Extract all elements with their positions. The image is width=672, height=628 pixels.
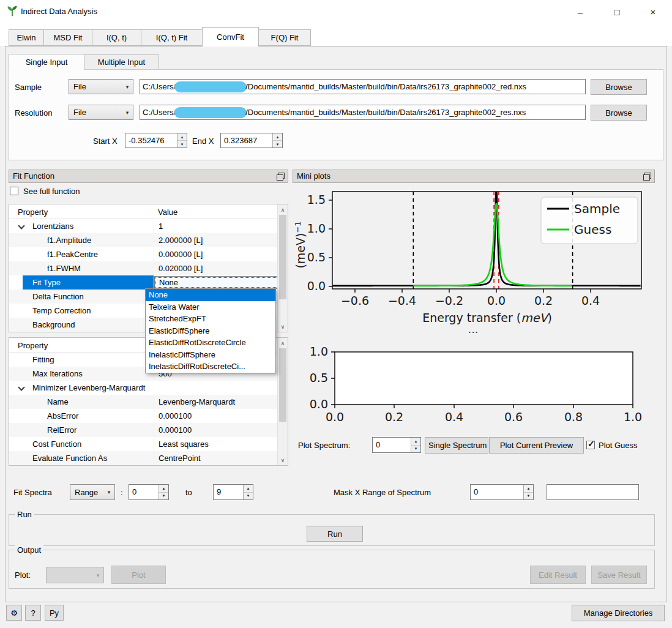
spin-up-icon[interactable]: ▲: [177, 133, 187, 141]
close-button[interactable]: ×: [640, 3, 666, 20]
tab-iqt-fit[interactable]: I(Q, t) Fit: [141, 29, 203, 46]
resolution-path-input[interactable]: C:/Users//Documents/mantid_builds/Master…: [140, 105, 586, 120]
dropdown-option-inelasticdiffsphere[interactable]: InelasticDiffSphere: [146, 349, 275, 361]
legend-label-guess: Guess: [574, 222, 611, 237]
edit-result-button: Edit Result: [530, 566, 586, 584]
fit-type-combo[interactable]: None ▾: [154, 276, 285, 289]
table-row-relerror[interactable]: RelError 0.000100: [9, 423, 288, 437]
run-group-label: Run: [15, 510, 34, 519]
spin-down-icon[interactable]: ▼: [524, 493, 533, 500]
table-row-amplitude[interactable]: f1.Amplitude 2.000000 [L]: [9, 233, 288, 247]
dropdown-arrow-icon: ▾: [103, 489, 114, 495]
float-panel-icon[interactable]: [643, 173, 651, 181]
fit-spectra-to-label: to: [185, 488, 192, 497]
dropdown-option-elasticdiffrotdiscretecircle[interactable]: ElasticDiffRotDiscreteCircle: [146, 337, 275, 349]
start-x-spinbox[interactable]: -0.352476 ▲▼: [125, 133, 187, 148]
resolution-browse-button[interactable]: Browse: [591, 105, 647, 121]
mask-spectrum-spinbox[interactable]: 0 ▲▼: [470, 484, 534, 500]
x-tick-labels: −0.6 −0.4 −0.2 0.0 0.2 0.4: [341, 294, 600, 307]
spin-down-icon[interactable]: ▼: [159, 493, 168, 500]
table-row-fwhm[interactable]: f1.FWHM 0.020000 [L]: [9, 261, 288, 275]
plot-current-preview-button[interactable]: Plot Current Preview: [489, 437, 584, 454]
table-row-peakcentre[interactable]: f1.PeakCentre 0.000000 [L]: [9, 247, 288, 261]
fit-spectra-from-spinbox[interactable]: 0 ▲▼: [129, 484, 169, 500]
minimize-button[interactable]: –: [567, 3, 594, 20]
spin-down-icon[interactable]: ▼: [244, 493, 253, 500]
fit-spectra-to-spinbox[interactable]: 9 ▲▼: [213, 484, 253, 500]
spinner-buttons[interactable]: ▲▼: [177, 133, 187, 148]
y-tick-labels: 0.0 0.5 1.0 1.5: [307, 193, 326, 293]
spin-up-icon[interactable]: ▲: [411, 438, 420, 446]
plot-guess-checkbox[interactable]: ✓: [586, 441, 595, 449]
table-row-minimizer[interactable]: Minimizer Levenberg-Marquardt: [9, 381, 288, 395]
dropdown-option-none[interactable]: None: [146, 289, 275, 301]
tab-elwin[interactable]: Elwin: [9, 29, 44, 46]
svg-text:1.0: 1.0: [307, 222, 326, 235]
sample-browse-button[interactable]: Browse: [591, 79, 647, 95]
help-button[interactable]: ?: [25, 605, 41, 621]
redacted-username: [174, 107, 247, 118]
mantid-app-icon: [6, 5, 18, 17]
scroll-up-icon[interactable]: ∧: [278, 338, 288, 348]
tab-fq-fit[interactable]: F(Q) Fit: [258, 29, 311, 46]
dropdown-option-stretchedexpft[interactable]: StretchedExpFT: [146, 313, 275, 325]
resolution-source-combo[interactable]: File ▾: [69, 105, 133, 120]
plot-single-spectrum-button[interactable]: Single Spectrum: [425, 437, 488, 454]
scrollbar-thumb[interactable]: [279, 215, 286, 299]
spin-down-icon[interactable]: ▼: [177, 141, 187, 148]
table-row-cost-function[interactable]: Cost Function Least squares: [9, 437, 288, 451]
redacted-username: [174, 81, 247, 92]
table-row-minimizer-name[interactable]: Name Levenberg-Marquardt: [9, 395, 288, 409]
tab-msd-fit[interactable]: MSD Fit: [43, 29, 92, 46]
mini-plots-header: Mini plots: [293, 170, 655, 183]
spin-up-icon[interactable]: ▲: [244, 485, 253, 493]
sample-label: Sample: [15, 83, 42, 92]
spin-up-icon[interactable]: ▲: [273, 133, 282, 141]
sample-preview-plot: −0.6 −0.4 −0.2 0.0 0.2 0.4 0.0 0.5 1.0 1…: [293, 184, 660, 340]
settings-button[interactable]: ⚙: [6, 605, 22, 621]
tab-convfit[interactable]: ConvFit: [202, 27, 259, 47]
scroll-down-icon[interactable]: ∨: [278, 455, 288, 465]
spinner-buttons[interactable]: ▲▼: [411, 438, 420, 452]
tab-iqt[interactable]: I(Q, t): [92, 29, 141, 46]
scroll-down-icon[interactable]: ∨: [278, 321, 288, 332]
sample-path-input[interactable]: C:/Users//Documents/mantid_builds/Master…: [140, 79, 586, 94]
see-full-function-label: See full function: [23, 187, 80, 196]
spin-down-icon[interactable]: ▼: [411, 446, 420, 453]
manage-directories-button[interactable]: Manage Directories: [572, 605, 665, 621]
dropdown-option-elasticdiffsphere[interactable]: ElasticDiffSphere: [146, 325, 275, 337]
mask-range-input[interactable]: [547, 484, 639, 500]
spin-up-icon[interactable]: ▲: [159, 485, 168, 493]
spinner-buttons[interactable]: ▲▼: [159, 485, 168, 499]
plot-spectrum-spinbox[interactable]: 0 ▲▼: [372, 437, 421, 453]
scrollbar[interactable]: ∧ ∨: [277, 204, 288, 332]
subtab-multiple-input[interactable]: Multiple Input: [84, 54, 159, 70]
spinner-buttons[interactable]: ▲▼: [272, 133, 282, 148]
see-full-function-checkbox[interactable]: [10, 187, 18, 195]
spinner-buttons[interactable]: ▲▼: [243, 485, 253, 499]
maximize-button[interactable]: □: [603, 3, 630, 20]
dropdown-option-teixeira-water[interactable]: Teixeira Water: [146, 301, 275, 313]
splitter-handle[interactable]: ...: [293, 326, 655, 335]
sample-source-combo[interactable]: File ▾: [69, 79, 133, 94]
float-panel-icon[interactable]: [277, 173, 285, 181]
scroll-up-icon[interactable]: ∧: [278, 204, 288, 215]
spin-up-icon[interactable]: ▲: [524, 485, 533, 493]
fit-spectra-mode-combo[interactable]: Range ▾: [70, 484, 115, 500]
end-x-spinbox[interactable]: 0.323687 ▲▼: [220, 133, 283, 148]
dropdown-option-inelasticdiffrotdiscretecircle[interactable]: InelasticDiffRotDiscreteCi...: [146, 361, 275, 373]
scrollbar[interactable]: ∧ ∨: [277, 338, 288, 465]
table-row-lorentzians[interactable]: Lorentzians 1: [9, 219, 288, 233]
scrollbar-thumb[interactable]: [279, 348, 286, 422]
table-row-evaluate-function-as[interactable]: Evaluate Function As CentrePoint: [9, 451, 288, 465]
svg-text:−0.6: −0.6: [341, 294, 369, 307]
python-export-button[interactable]: Py: [45, 605, 64, 621]
subtab-single-input[interactable]: Single Input: [9, 54, 84, 70]
spinner-buttons[interactable]: ▲▼: [523, 485, 533, 499]
spin-down-icon[interactable]: ▼: [273, 141, 282, 148]
table-row-abserror[interactable]: AbsError 0.000100: [9, 409, 288, 423]
output-plot-combo: ▾: [46, 567, 104, 583]
mask-x-range-label: Mask X Range of Spectrum: [334, 488, 431, 497]
table-row-fit-type[interactable]: Fit Type None ▾: [9, 275, 288, 290]
run-button[interactable]: Run: [307, 526, 363, 542]
